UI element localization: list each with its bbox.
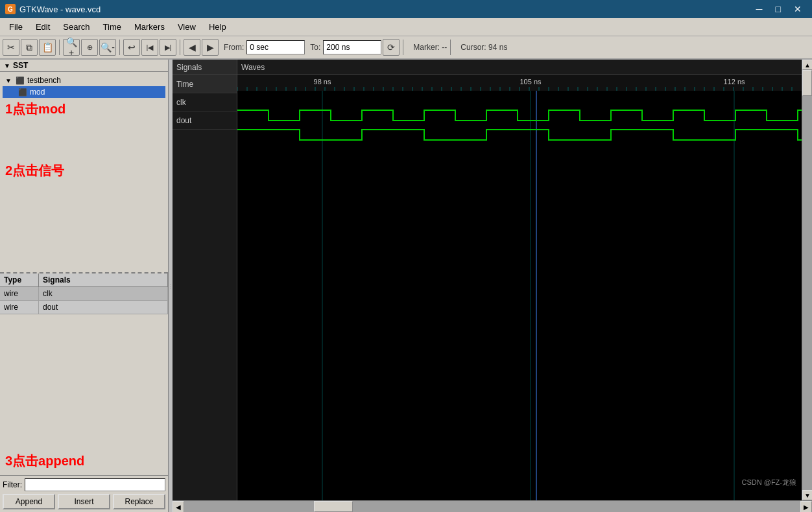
separator-2 (119, 40, 120, 55)
type-cell-dout: wire (0, 301, 39, 314)
submodule-icon: ⬛ (18, 88, 27, 97)
v-scroll-track[interactable] (802, 70, 812, 490)
action-buttons: Append Insert Replace (3, 494, 165, 509)
menu-edit[interactable]: Edit (29, 20, 56, 34)
separator-3 (180, 40, 180, 55)
toolbar: ✂ ⧉ 📋 🔍+ ⊕ 🔍- ↩ |◀ ▶| ◀ ▶ From: To: ⟳ Ma… (0, 36, 812, 60)
main-layout: ▼ SST ▼ ⬛ testbench ⬛ mod 1点击mod 2点击信号 (0, 60, 812, 512)
v-scroll-thumb[interactable] (802, 70, 812, 96)
separator-5 (450, 40, 451, 55)
undo-button[interactable]: ↩ (123, 39, 140, 56)
right-area: Signals Time clk dout Waves CSDN @FZ-龙狼 … (173, 60, 812, 512)
menu-view[interactable]: View (171, 20, 202, 34)
signal-cell-dout: dout (39, 301, 168, 314)
separator-4 (403, 40, 403, 55)
menu-markers[interactable]: Markers (128, 20, 171, 34)
paste-button[interactable]: 📋 (39, 39, 56, 56)
signals-waves-layout: Signals Time clk dout Waves CSDN @FZ-龙狼 … (173, 60, 812, 500)
sst-collapse-icon[interactable]: ▼ (4, 62, 10, 69)
type-cell-clk: wire (0, 287, 39, 300)
annotation-step3: 3点击append (0, 402, 168, 475)
replace-button[interactable]: Replace (113, 494, 165, 509)
scroll-left-arrow[interactable]: ◀ (173, 501, 184, 512)
prev-marker-button[interactable]: ◀ (184, 39, 200, 56)
titlebar-left: G GTKWave - wave.vcd (5, 4, 101, 14)
maximize-button[interactable]: □ (770, 3, 786, 16)
module-icon: ⬛ (16, 76, 25, 85)
bottom-controls: Filter: Append Insert Replace (0, 475, 168, 512)
signals-body: Time clk dout (173, 75, 237, 500)
tree-label-mod: mod (30, 87, 45, 97)
menu-search[interactable]: Search (56, 20, 96, 34)
app-icon: G (5, 4, 16, 14)
append-button[interactable]: Append (3, 494, 55, 509)
scroll-right-arrow[interactable]: ▶ (800, 501, 812, 512)
left-panel: ▼ SST ▼ ⬛ testbench ⬛ mod 1点击mod 2点击信号 (0, 60, 169, 512)
menu-file[interactable]: File (3, 20, 29, 34)
go-start-button[interactable]: |◀ (141, 39, 158, 56)
signal-row-clk[interactable]: wire clk (0, 287, 168, 301)
from-label: From: (224, 43, 244, 52)
annotation-step1: 1点击mod (3, 98, 165, 121)
horizontal-scrollbar[interactable]: ◀ ▶ (173, 500, 812, 512)
h-scroll-track[interactable] (184, 501, 800, 512)
sst-title: SST (13, 61, 28, 70)
signal-list-body: wire clk wire dout (0, 287, 168, 350)
wave-canvas (237, 75, 802, 500)
sst-tree: ▼ ⬛ testbench ⬛ mod 1点击mod 2点击信号 (0, 72, 168, 270)
filter-row: Filter: (3, 478, 165, 491)
signals-column: Signals Time clk dout (173, 60, 237, 500)
menu-time[interactable]: Time (97, 20, 128, 34)
cursor-info: Cursor: 94 ns (460, 43, 507, 52)
scroll-down-arrow[interactable]: ▼ (802, 490, 812, 500)
refresh-button[interactable]: ⟳ (383, 39, 400, 56)
scroll-up-arrow[interactable]: ▲ (802, 60, 812, 70)
signals-clk-row: clk (173, 93, 237, 111)
col-signal-header: Signals (39, 273, 168, 286)
titlebar: G GTKWave - wave.vcd ─ □ ✕ (0, 0, 812, 18)
cut-button[interactable]: ✂ (3, 39, 19, 56)
signals-header-label: Signals (173, 60, 237, 75)
waves-canvas-area[interactable]: CSDN @FZ-龙狼 (237, 75, 802, 500)
next-marker-button[interactable]: ▶ (202, 39, 219, 56)
waves-panel: Waves CSDN @FZ-龙狼 (237, 60, 802, 500)
watermark: CSDN @FZ-龙狼 (742, 478, 797, 487)
to-group: To: (310, 40, 381, 54)
from-group: From: (224, 40, 305, 54)
signals-time-row: Time (173, 75, 237, 93)
filter-input[interactable] (25, 478, 165, 491)
signal-list-header: Type Signals (0, 273, 168, 287)
minimize-button[interactable]: ─ (751, 3, 768, 16)
titlebar-controls[interactable]: ─ □ ✕ (751, 3, 807, 16)
go-end-button[interactable]: ▶| (160, 39, 176, 56)
zoom-fit-button[interactable]: ⊕ (81, 39, 98, 56)
signal-cell-clk: clk (39, 287, 168, 300)
tree-item-testbench[interactable]: ▼ ⬛ testbench (3, 75, 165, 86)
signals-dout-row: dout (173, 111, 237, 130)
close-button[interactable]: ✕ (789, 3, 807, 16)
copy-button[interactable]: ⧉ (21, 39, 38, 56)
vertical-scrollbar[interactable]: ▲ ▼ (802, 60, 812, 500)
to-label: To: (310, 43, 320, 52)
waves-header-label: Waves (237, 60, 802, 75)
annotation-step2: 2点击信号 (3, 159, 165, 182)
tree-label-testbench: testbench (27, 76, 61, 85)
sst-header: ▼ SST (0, 60, 168, 72)
menu-help[interactable]: Help (202, 20, 233, 34)
sst-panel: ▼ SST ▼ ⬛ testbench ⬛ mod 1点击mod 2点击信号 (0, 60, 168, 273)
menubar: File Edit Search Time Markers View Help (0, 18, 812, 36)
zoom-in-button[interactable]: 🔍+ (63, 39, 80, 56)
signal-list-panel: Type Signals wire clk wire dout 3点击appen… (0, 273, 168, 475)
to-input[interactable] (323, 40, 381, 54)
from-input[interactable] (246, 40, 305, 54)
insert-button[interactable]: Insert (58, 494, 110, 509)
filter-label: Filter: (3, 480, 22, 489)
expand-icon: ▼ (5, 77, 13, 84)
signal-row-dout[interactable]: wire dout (0, 301, 168, 314)
zoom-out-button[interactable]: 🔍- (99, 39, 116, 56)
separator-1 (59, 40, 60, 55)
marker-info: Marker: -- (413, 43, 447, 52)
tree-item-mod[interactable]: ⬛ mod (3, 86, 165, 98)
h-scroll-thumb[interactable] (314, 501, 353, 512)
col-type-header: Type (0, 273, 39, 286)
